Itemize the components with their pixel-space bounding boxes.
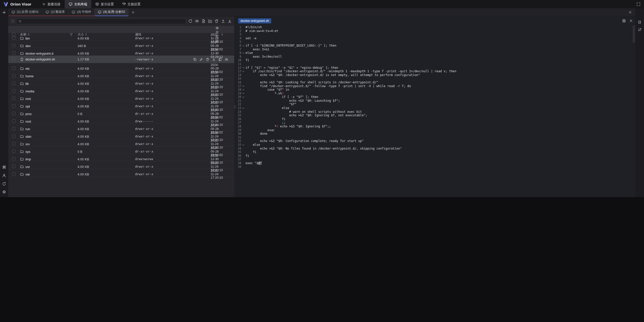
row-checkbox[interactable] [12,74,15,77]
row-action-edit[interactable] [199,58,203,61]
row-checkbox[interactable] [12,57,15,61]
nav-display-settings[interactable]: 显示设置 [91,0,118,8]
setting-button[interactable]: ⚙ [2,190,6,194]
download-button[interactable] [228,19,232,23]
file-row-opt[interactable]: opt4.00 KBdrwxr-xr-x2021-11-24 17:20:10 [8,101,234,109]
file-row-bin[interactable]: bin4.00 KBdrwxr-xr-x2021-11-24 17:20:10 [8,33,234,41]
code-line-8: 8else [236,51,635,55]
session-tab-4[interactable]: (4) 应用-分析02 [95,8,129,16]
eye-icon [195,19,199,23]
preview-hidden-button[interactable] [195,19,199,23]
file-size: 1.17 KB [77,57,135,61]
row-checkbox[interactable] [12,89,15,92]
row-checkbox[interactable] [12,66,15,70]
file-name: mnt [20,97,77,101]
session-tab-1[interactable]: (1) 应用-分析01 [8,8,42,16]
row-checkbox[interactable] [12,157,15,160]
file-mtime: 2021-12-30 03:29:12 [216,48,234,59]
file-row-usr[interactable]: usr4.00 KBdrwxr-xr-x2021-11-24 17:20:10 [8,161,234,169]
fold-chevron-icon[interactable] [241,92,246,95]
file-row-sys[interactable]: sys0 Bdr-xr-xr-x2024-05-28 23:58:02 [8,146,234,154]
add-button[interactable] [2,10,6,15]
file-name: lib [20,82,77,86]
fold-chevron-icon[interactable] [241,95,246,99]
row-checkbox[interactable] [12,119,15,123]
row-checkbox[interactable] [12,36,15,40]
line-number: 38 [236,161,241,165]
file-row-run[interactable]: run4.00 KBdrwxr-xr-x2024-05-28 23:58:02 [8,124,234,131]
file-row-mnt[interactable]: mnt4.00 KBdrwxr-xr-x2021-11-24 17:20:10 [8,93,234,101]
row-checkbox[interactable] [12,51,15,55]
row-checkbox[interactable] [12,104,15,108]
row-checkbox[interactable] [12,97,15,100]
upload-button[interactable] [221,19,225,23]
delete-button[interactable] [215,19,219,23]
file-row-dev[interactable]: dev340 Bdrwxr-xr-x2024-05-28 23:58:02 [8,41,234,48]
new-file-button[interactable] [202,19,206,23]
row-action-copy[interactable] [193,58,197,61]
fold-chevron-icon[interactable] [241,69,246,73]
line-number: 26 [236,117,241,121]
session-tab-2[interactable]: (2) 数据库 [42,8,68,16]
editor-scrollbar-thumb[interactable] [633,25,635,43]
code-area[interactable]: 1#!/bin/sh2# vim:sw=4:ts=4:et34set -e56i… [236,25,635,197]
file-name: tmp [20,157,77,161]
line-number: 19 [236,92,241,95]
shortcut-keys-button[interactable]: ⌘ [2,165,6,169]
save-file-button[interactable] [622,19,626,23]
session-tab-3[interactable]: (3) 中间件 [68,8,95,16]
fold-chevron-icon[interactable] [241,44,246,48]
fold-chevron-icon[interactable] [241,88,246,92]
row-checkbox[interactable] [12,142,15,145]
nav-host-terminal[interactable]: 主机终端 [65,0,91,8]
editor-config-button[interactable]: {} [638,20,641,23]
back-button[interactable] [11,19,15,23]
row-action-move[interactable] [218,58,222,61]
file-attr: drwxr-xr-x [135,142,216,146]
row-checkbox[interactable] [12,112,15,115]
fold-chevron-icon[interactable] [241,84,246,88]
nav-theme-settings[interactable]: 主题设置 [118,0,145,8]
row-action-delete[interactable] [206,58,209,61]
fullscreen-button[interactable] [636,2,640,6]
line-sort-button[interactable] [638,27,642,32]
new-tab-button[interactable] [129,8,138,16]
user-center-button[interactable] [2,173,6,178]
row-checkbox[interactable] [12,150,15,153]
row-checkbox[interactable] [12,165,15,168]
file-row-home[interactable]: home4.00 KBdrwxr-xr-x2021-11-24 17:20:10 [8,71,234,78]
file-row-proc[interactable]: proc0 Bdr-xr-xr-x2024-05-28 23:58:02 [8,109,234,116]
file-row-docker-entrypoint.sh[interactable]: docker-entrypoint.sh1.17 KB-rwxrwxr-x [8,56,234,63]
row-checkbox[interactable] [12,44,15,47]
fold-chevron-icon[interactable] [241,106,246,110]
sync-button[interactable] [2,182,6,186]
file-row-lib[interactable]: lib4.00 KBdrwxr-xr-x2021-11-24 17:20:10 [8,78,234,86]
fold-chevron-icon[interactable] [241,51,246,55]
close-session-button[interactable] [628,11,632,14]
file-row-sbin[interactable]: sbin4.00 KBdrwxr-xr-x2021-11-24 17:20:10 [8,131,234,139]
file-row-var[interactable]: var4.00 KBdrwxr-xr-x2021-11-24 17:20:10 [8,169,234,176]
code-line-22: 22 "$f" [236,102,635,106]
close-editor-button[interactable] [629,19,633,23]
file-row-root[interactable]: root4.00 KBdrwx------2021-11-24 17:20:10 [8,116,234,124]
row-action-download[interactable] [212,58,216,61]
row-checkbox[interactable] [12,82,15,85]
nav-new-connection[interactable]: 新建连接 [38,0,65,8]
fold-chevron-icon[interactable] [241,66,246,70]
row-checkbox[interactable] [12,134,15,138]
file-row-media[interactable]: media4.00 KBdrwxr-xr-x2021-11-24 17:20:1… [8,86,234,93]
brand[interactable]: Orion Visor [3,2,31,7]
workspace: ⌘⚙ (1) 应用-分析01(2) 数据库(3) 中间件(4) 应用-分析02 [0,8,644,197]
row-checkbox[interactable] [12,127,15,130]
file-row-etc[interactable]: etc4.00 KBdrwxr-xr-x2024-05-28 23:58:02 [8,63,234,71]
row-action-permissions[interactable] [225,58,228,61]
file-row-srv[interactable]: srv4.00 KBdrwxr-xr-x2021-11-24 17:20:10 [8,139,234,146]
file-row-tmp[interactable]: tmp4.00 KBdrwxrwxrwx2021-12-30 03:29:10 [8,154,234,161]
trash-icon [206,58,209,61]
new-folder-button[interactable] [208,19,212,23]
file-row-docker-entrypoint.d[interactable]: docker-entrypoint.d4.00 KBdrwxr-xr-x2021… [8,48,234,56]
row-checkbox[interactable] [12,172,15,175]
path-input[interactable] [16,18,186,24]
fold-chevron-icon[interactable] [241,143,246,147]
refresh-button[interactable] [188,19,192,23]
